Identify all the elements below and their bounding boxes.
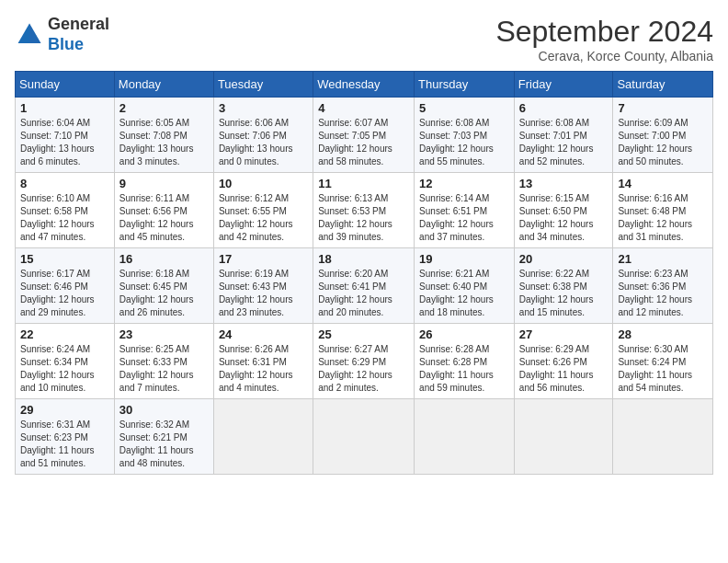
day-info: Sunrise: 6:09 AMSunset: 7:00 PMDaylight:… <box>618 117 708 168</box>
calendar-cell: 14Sunrise: 6:16 AMSunset: 6:48 PMDayligh… <box>613 173 713 248</box>
day-number: 1 <box>20 101 109 115</box>
calendar-cell: 25Sunrise: 6:27 AMSunset: 6:29 PMDayligh… <box>313 324 415 399</box>
calendar-cell: 24Sunrise: 6:26 AMSunset: 6:31 PMDayligh… <box>213 324 313 399</box>
day-info: Sunrise: 6:08 AMSunset: 7:01 PMDaylight:… <box>519 117 609 168</box>
calendar-cell: 10Sunrise: 6:12 AMSunset: 6:55 PMDayligh… <box>213 173 313 248</box>
location-subtitle: Cerava, Korce County, Albania <box>495 49 713 63</box>
day-info: Sunrise: 6:12 AMSunset: 6:55 PMDaylight:… <box>219 192 308 244</box>
calendar-cell: 18Sunrise: 6:20 AMSunset: 6:41 PMDayligh… <box>313 248 415 324</box>
day-number: 17 <box>219 252 308 266</box>
calendar-cell <box>313 399 415 475</box>
day-number: 23 <box>119 327 209 341</box>
day-number: 19 <box>419 252 509 266</box>
calendar-cell: 6Sunrise: 6:08 AMSunset: 7:01 PMDaylight… <box>514 98 613 173</box>
day-number: 8 <box>20 177 109 190</box>
day-info: Sunrise: 6:14 AMSunset: 6:51 PMDaylight:… <box>419 192 509 244</box>
header: General Blue September 2024 Cerava, Korc… <box>15 15 713 63</box>
day-info: Sunrise: 6:15 AMSunset: 6:50 PMDaylight:… <box>519 192 609 244</box>
day-info: Sunrise: 6:21 AMSunset: 6:40 PMDaylight:… <box>419 268 509 319</box>
day-number: 4 <box>318 101 409 115</box>
calendar-cell <box>415 399 515 475</box>
day-info: Sunrise: 6:17 AMSunset: 6:46 PMDaylight:… <box>20 268 109 319</box>
day-info: Sunrise: 6:26 AMSunset: 6:31 PMDaylight:… <box>219 343 308 395</box>
calendar-cell: 20Sunrise: 6:22 AMSunset: 6:38 PMDayligh… <box>514 248 613 324</box>
calendar-cell: 30Sunrise: 6:32 AMSunset: 6:21 PMDayligh… <box>114 399 213 475</box>
calendar-header-row: SundayMondayTuesdayWednesdayThursdayFrid… <box>16 72 713 98</box>
calendar-week-row: 1Sunrise: 6:04 AMSunset: 7:10 PMDaylight… <box>16 98 713 173</box>
weekday-header-tuesday: Tuesday <box>213 72 313 98</box>
calendar-cell: 12Sunrise: 6:14 AMSunset: 6:51 PMDayligh… <box>415 173 515 248</box>
day-info: Sunrise: 6:07 AMSunset: 7:05 PMDaylight:… <box>318 117 409 168</box>
day-number: 24 <box>219 327 308 341</box>
calendar-table: SundayMondayTuesdayWednesdayThursdayFrid… <box>15 71 713 475</box>
weekday-header-monday: Monday <box>114 72 213 98</box>
logo-blue-text: Blue <box>48 35 84 53</box>
day-info: Sunrise: 6:24 AMSunset: 6:34 PMDaylight:… <box>20 343 109 395</box>
logo-icon <box>15 20 44 50</box>
calendar-cell: 16Sunrise: 6:18 AMSunset: 6:45 PMDayligh… <box>114 248 213 324</box>
weekday-header-thursday: Thursday <box>415 72 515 98</box>
day-number: 21 <box>618 252 708 266</box>
day-number: 13 <box>519 177 609 190</box>
day-number: 12 <box>419 177 509 190</box>
day-info: Sunrise: 6:31 AMSunset: 6:23 PMDaylight:… <box>20 419 109 470</box>
day-info: Sunrise: 6:16 AMSunset: 6:48 PMDaylight:… <box>618 192 708 244</box>
day-info: Sunrise: 6:20 AMSunset: 6:41 PMDaylight:… <box>318 268 409 319</box>
calendar-cell: 27Sunrise: 6:29 AMSunset: 6:26 PMDayligh… <box>514 324 613 399</box>
day-info: Sunrise: 6:10 AMSunset: 6:58 PMDaylight:… <box>20 192 109 244</box>
day-number: 30 <box>119 403 209 417</box>
calendar-cell: 5Sunrise: 6:08 AMSunset: 7:03 PMDaylight… <box>415 98 515 173</box>
day-info: Sunrise: 6:25 AMSunset: 6:33 PMDaylight:… <box>119 343 209 395</box>
day-number: 20 <box>519 252 609 266</box>
calendar-cell: 1Sunrise: 6:04 AMSunset: 7:10 PMDaylight… <box>16 98 115 173</box>
calendar-cell: 2Sunrise: 6:05 AMSunset: 7:08 PMDaylight… <box>114 98 213 173</box>
calendar-week-row: 29Sunrise: 6:31 AMSunset: 6:23 PMDayligh… <box>16 399 713 475</box>
day-number: 25 <box>318 327 409 341</box>
day-number: 18 <box>318 252 409 266</box>
calendar-cell <box>213 399 313 475</box>
day-info: Sunrise: 6:13 AMSunset: 6:53 PMDaylight:… <box>318 192 409 244</box>
day-info: Sunrise: 6:32 AMSunset: 6:21 PMDaylight:… <box>119 419 209 470</box>
calendar-cell: 29Sunrise: 6:31 AMSunset: 6:23 PMDayligh… <box>16 399 115 475</box>
calendar-week-row: 22Sunrise: 6:24 AMSunset: 6:34 PMDayligh… <box>16 324 713 399</box>
calendar-week-row: 8Sunrise: 6:10 AMSunset: 6:58 PMDaylight… <box>16 173 713 248</box>
calendar-week-row: 15Sunrise: 6:17 AMSunset: 6:46 PMDayligh… <box>16 248 713 324</box>
day-number: 15 <box>20 252 109 266</box>
day-number: 11 <box>318 177 409 190</box>
day-number: 26 <box>419 327 509 341</box>
calendar-cell: 7Sunrise: 6:09 AMSunset: 7:00 PMDaylight… <box>613 98 713 173</box>
day-number: 7 <box>618 101 708 115</box>
day-number: 5 <box>419 101 509 115</box>
calendar-cell: 9Sunrise: 6:11 AMSunset: 6:56 PMDaylight… <box>114 173 213 248</box>
day-number: 29 <box>20 403 109 417</box>
day-info: Sunrise: 6:11 AMSunset: 6:56 PMDaylight:… <box>119 192 209 244</box>
day-info: Sunrise: 6:18 AMSunset: 6:45 PMDaylight:… <box>119 268 209 319</box>
weekday-header-sunday: Sunday <box>16 72 115 98</box>
day-number: 10 <box>219 177 308 190</box>
day-number: 27 <box>519 327 609 341</box>
calendar-cell: 3Sunrise: 6:06 AMSunset: 7:06 PMDaylight… <box>213 98 313 173</box>
calendar-cell: 17Sunrise: 6:19 AMSunset: 6:43 PMDayligh… <box>213 248 313 324</box>
calendar-cell <box>514 399 613 475</box>
day-info: Sunrise: 6:29 AMSunset: 6:26 PMDaylight:… <box>519 343 609 395</box>
title-area: September 2024 Cerava, Korce County, Alb… <box>495 15 713 63</box>
day-number: 9 <box>119 177 209 190</box>
day-info: Sunrise: 6:08 AMSunset: 7:03 PMDaylight:… <box>419 117 509 168</box>
calendar-cell: 15Sunrise: 6:17 AMSunset: 6:46 PMDayligh… <box>16 248 115 324</box>
weekday-header-saturday: Saturday <box>613 72 713 98</box>
day-info: Sunrise: 6:06 AMSunset: 7:06 PMDaylight:… <box>219 117 308 168</box>
month-title: September 2024 <box>495 15 713 49</box>
day-info: Sunrise: 6:30 AMSunset: 6:24 PMDaylight:… <box>618 343 708 395</box>
day-info: Sunrise: 6:05 AMSunset: 7:08 PMDaylight:… <box>119 117 209 168</box>
calendar-cell: 21Sunrise: 6:23 AMSunset: 6:36 PMDayligh… <box>613 248 713 324</box>
day-info: Sunrise: 6:28 AMSunset: 6:28 PMDaylight:… <box>419 343 509 395</box>
calendar-cell: 13Sunrise: 6:15 AMSunset: 6:50 PMDayligh… <box>514 173 613 248</box>
calendar-cell: 8Sunrise: 6:10 AMSunset: 6:58 PMDaylight… <box>16 173 115 248</box>
day-number: 3 <box>219 101 308 115</box>
day-info: Sunrise: 6:19 AMSunset: 6:43 PMDaylight:… <box>219 268 308 319</box>
day-number: 6 <box>519 101 609 115</box>
logo-general-text: General <box>48 15 109 33</box>
day-number: 22 <box>20 327 109 341</box>
day-info: Sunrise: 6:22 AMSunset: 6:38 PMDaylight:… <box>519 268 609 319</box>
day-info: Sunrise: 6:04 AMSunset: 7:10 PMDaylight:… <box>20 117 109 168</box>
